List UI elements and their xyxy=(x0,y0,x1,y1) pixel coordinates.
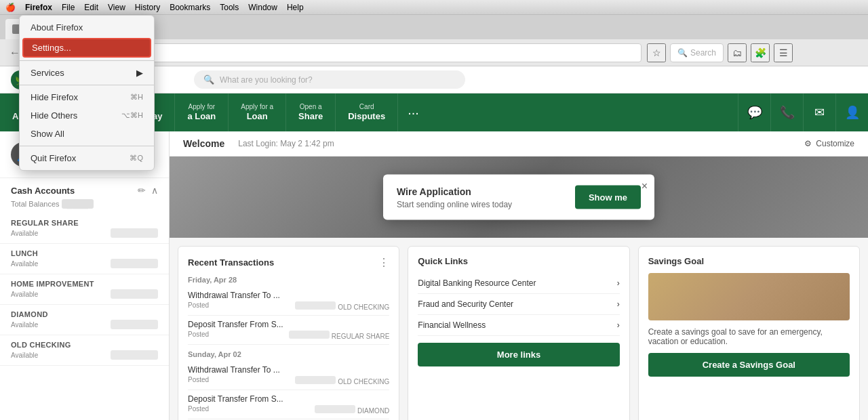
menu-separator-1 xyxy=(20,60,154,61)
edit-menu[interactable]: Edit xyxy=(84,3,98,12)
customize-button[interactable]: ⚙ Customize xyxy=(804,139,854,148)
menu-separator-2 xyxy=(20,85,154,85)
dash-header: Welcome Last Login: May 2 1:42 pm ⚙ Cust… xyxy=(170,131,868,156)
mac-menubar: 🍎 Firefox File Edit View History Bookmar… xyxy=(0,0,868,15)
recent-transactions-title: Recent Transactions xyxy=(188,257,274,268)
url-bar[interactable]: 🔒 🛡 🗝 t Union xyxy=(70,43,642,62)
bank-search[interactable]: 🔍 What are you looking for? xyxy=(194,70,465,89)
wire-close-button[interactable]: × xyxy=(642,180,648,192)
collapse-accounts-button[interactable]: ∧ xyxy=(151,185,158,196)
menu-show-all[interactable]: Show All xyxy=(20,125,154,143)
account-diamond[interactable]: DIAMOND Available xyxy=(0,305,169,335)
trans-item-2[interactable]: Deposit Transfer From S... Posted REGULA… xyxy=(188,316,389,345)
sidebar: 👤 Welcome Cash Accounts ✏ ∧ Total Balanc… xyxy=(0,131,170,420)
savings-goal-title: Savings Goal xyxy=(648,256,704,266)
savings-goal-card: Savings Goal Create a savings goal to sa… xyxy=(638,246,860,420)
savings-goal-desc: Create a savings goal to save for an eme… xyxy=(648,327,850,346)
nav-open-share[interactable]: Open a Share xyxy=(286,93,336,131)
history-menu[interactable]: History xyxy=(135,3,160,12)
nav-more-button[interactable]: ··· xyxy=(398,105,429,121)
bank-search-placeholder: What are you looking for? xyxy=(220,75,313,85)
total-balances-label: Total Balances ████ xyxy=(0,198,169,213)
nav-chat-button[interactable]: 💬 xyxy=(738,93,770,131)
menu-button[interactable]: ☰ xyxy=(774,43,793,62)
nav-phone-button[interactable]: 📞 xyxy=(770,93,803,131)
trans-item-1[interactable]: Withdrawal Transfer To ... Posted OLD CH… xyxy=(188,287,389,316)
quick-links-title: Quick Links xyxy=(418,256,468,266)
create-savings-goal-button[interactable]: Create a Savings Goal xyxy=(648,353,850,377)
menu-hide-firefox[interactable]: Hide Firefox ⌘H xyxy=(20,88,154,106)
firefox-app-menu: About Firefox Settings... Services ▶ Hid… xyxy=(19,15,155,171)
nav-apply-loan[interactable]: Apply for a Loan xyxy=(175,93,229,131)
tools-menu[interactable]: Tools xyxy=(220,3,239,12)
trans-date-2: Sunday, Apr 02 xyxy=(188,350,389,358)
search-box[interactable]: 🔍 Search xyxy=(670,43,724,62)
customize-icon: ⚙ xyxy=(804,139,812,148)
hero-banner: × Wire Application Start sending online … xyxy=(170,156,868,238)
quick-link-fraud[interactable]: Fraud and Security Center › xyxy=(418,294,619,315)
file-menu[interactable]: File xyxy=(62,3,75,12)
account-regular-share[interactable]: REGULAR SHARE Available xyxy=(0,213,169,244)
cash-accounts-title: Cash Accounts xyxy=(11,186,75,196)
help-menu[interactable]: Help xyxy=(287,3,304,12)
account-old-checking[interactable]: OLD CHECKING Available xyxy=(0,335,169,366)
wire-popup: × Wire Application Start sending online … xyxy=(383,175,654,220)
transactions-more-button[interactable]: ⋮ xyxy=(378,256,389,269)
view-menu[interactable]: View xyxy=(108,3,125,12)
trans-date-1: Friday, Apr 28 xyxy=(188,276,389,284)
edit-accounts-button[interactable]: ✏ xyxy=(138,185,146,196)
menu-separator-3 xyxy=(20,146,154,146)
account-home-improvement[interactable]: HOME IMPROVEMENT Available xyxy=(0,274,169,305)
welcome-text: Welcome xyxy=(183,138,224,149)
search-icon: 🔍 xyxy=(677,48,688,58)
wire-popup-title: Wire Application xyxy=(397,186,561,196)
wire-popup-text: Wire Application Start sending online wi… xyxy=(397,186,561,209)
dashboard-grid: Recent Transactions ⋮ Friday, Apr 28 Wit… xyxy=(170,238,868,420)
quick-link-digital-banking[interactable]: Digital Banking Resource Center › xyxy=(418,273,619,294)
wire-popup-subtitle: Start sending online wires today xyxy=(397,199,561,209)
trans-item-3[interactable]: Withdrawal Transfer To ... Posted OLD CH… xyxy=(188,361,389,390)
trans-item-4[interactable]: Deposit Transfer From S... Posted DIAMON… xyxy=(188,390,389,419)
sidebar-section-header: Cash Accounts ✏ ∧ xyxy=(0,178,169,198)
menu-settings[interactable]: Settings... xyxy=(22,38,151,58)
nav-actions: 💬 📞 ✉ 👤 xyxy=(738,93,868,131)
quick-links-card: Quick Links Digital Banking Resource Cen… xyxy=(408,246,629,420)
content-area: Welcome Last Login: May 2 1:42 pm ⚙ Cust… xyxy=(170,131,868,420)
nav-user-button[interactable]: 👤 xyxy=(835,93,868,131)
menu-quit-firefox[interactable]: Quit Firefox ⌘Q xyxy=(20,149,154,167)
menu-about-firefox[interactable]: About Firefox xyxy=(20,18,154,37)
cash-accounts-actions: ✏ ∧ xyxy=(138,185,158,196)
nav-disputes[interactable]: Card Disputes xyxy=(336,93,398,131)
bank-search-icon: 🔍 xyxy=(203,75,214,85)
more-links-button[interactable]: More links xyxy=(418,343,619,366)
extensions-button[interactable]: 🧩 xyxy=(751,43,770,62)
last-login: Last Login: May 2 1:42 pm xyxy=(238,139,334,148)
recent-transactions-card: Recent Transactions ⋮ Friday, Apr 28 Wit… xyxy=(178,246,399,420)
firefox-menu[interactable]: Firefox xyxy=(25,3,52,12)
toolbar-actions: ☆ 🔍 Search 🗂 🧩 ☰ xyxy=(647,43,861,62)
pocket-button[interactable]: 🗂 xyxy=(728,43,747,62)
account-lunch[interactable]: LUNCH Available xyxy=(0,244,169,274)
apple-menu[interactable]: 🍎 xyxy=(5,3,16,12)
bookmark-button[interactable]: ☆ xyxy=(647,43,666,62)
wire-show-button[interactable]: Show me xyxy=(575,186,641,209)
bank-main: 👤 Welcome Cash Accounts ✏ ∧ Total Balanc… xyxy=(0,131,868,420)
window-menu[interactable]: Window xyxy=(248,3,277,12)
nav-apply-loan2[interactable]: Apply for a Loan xyxy=(229,93,286,131)
bookmarks-menu[interactable]: Bookmarks xyxy=(170,3,210,12)
quick-link-wellness[interactable]: Financial Wellness › xyxy=(418,315,619,336)
menu-hide-others[interactable]: Hide Others ⌥⌘H xyxy=(20,106,154,125)
savings-goal-image xyxy=(648,273,850,320)
nav-email-button[interactable]: ✉ xyxy=(803,93,835,131)
menu-services[interactable]: Services ▶ xyxy=(20,64,154,82)
